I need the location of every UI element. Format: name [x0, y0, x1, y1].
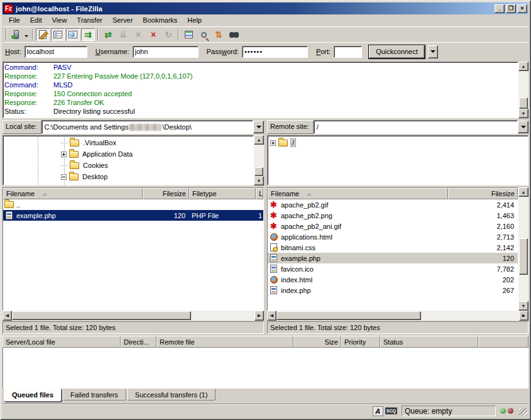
column-header-filesize[interactable]: Filesize [448, 188, 518, 199]
resize-grip[interactable] [519, 408, 527, 416]
column-header-status[interactable]: Status [380, 336, 478, 348]
sync-browsing-button[interactable]: ⇅ [212, 28, 226, 41]
collapse-minus-icon[interactable] [61, 174, 67, 180]
scroll-up-icon[interactable]: ▲ [254, 135, 264, 145]
scroll-right-icon[interactable]: ▶ [519, 311, 528, 321]
local-horizontal-scrollbar[interactable]: ◀ ▶ [3, 311, 264, 321]
local-tree-body[interactable]: .VirtualBox Application Data Cookies Des… [3, 135, 254, 185]
column-header-filesize[interactable]: Filesize [143, 188, 189, 199]
find-button[interactable] [227, 28, 241, 41]
scroll-left-icon[interactable]: ◀ [3, 311, 12, 321]
menu-file[interactable]: File [4, 15, 25, 25]
quickconnect-dropdown[interactable] [428, 45, 438, 58]
queue-list-body[interactable] [3, 348, 528, 389]
scrollbar-thumb[interactable] [519, 97, 528, 109]
scroll-up-icon[interactable]: ▲ [518, 187, 528, 197]
local-list-body[interactable]: .. example.php 120 PHP File 1 [3, 199, 263, 310]
menu-bookmarks[interactable]: Bookmarks [138, 15, 182, 25]
file-row-selected[interactable]: example.php 120 PHP File 1 [3, 210, 263, 221]
compare-button[interactable] [197, 28, 211, 41]
file-row-selected[interactable]: example.php120 [268, 253, 518, 263]
scrollbar-thumb[interactable] [255, 167, 263, 176]
column-header-filename[interactable]: Filename [3, 188, 143, 199]
tab-failed-transfers[interactable]: Failed transfers [62, 389, 126, 401]
column-header-size[interactable]: Size [293, 336, 341, 348]
log-scrollbar[interactable]: ▲ ▼ [518, 62, 528, 118]
cancel-operation-button[interactable]: × [131, 28, 145, 41]
refresh-button[interactable]: ⇄ [101, 28, 115, 41]
scrollbar-thumb[interactable] [12, 311, 191, 320]
file-row[interactable]: .. [3, 199, 263, 210]
quickconnect-button[interactable]: Quickconnect [369, 45, 425, 58]
minimize-button[interactable]: _ [495, 4, 505, 13]
menu-edit[interactable]: Edit [25, 15, 47, 25]
file-row[interactable]: favicon.ico7,782 [268, 263, 518, 274]
tree-item[interactable]: / [268, 137, 528, 148]
file-row[interactable]: ✱apache_pb2.gif2,414 [268, 199, 518, 210]
menu-server[interactable]: Server [107, 15, 138, 25]
ascii-datatype-icon[interactable]: A [373, 406, 383, 416]
scrollbar-thumb[interactable] [276, 311, 421, 320]
local-tree-scrollbar[interactable]: ▲ ▼ [254, 135, 264, 185]
expand-plus-icon[interactable] [61, 152, 67, 157]
toggle-local-tree-button[interactable] [51, 28, 65, 41]
username-input[interactable] [133, 46, 199, 58]
scrollbar-thumb[interactable] [519, 238, 528, 275]
maximize-button[interactable]: ❐ [506, 4, 516, 13]
expand-plus-icon[interactable] [270, 140, 276, 146]
remote-site-combo-dropdown[interactable] [518, 121, 528, 133]
scroll-left-icon[interactable]: ◀ [267, 311, 276, 321]
scroll-up-icon[interactable]: ▲ [518, 62, 528, 71]
column-header-direction[interactable]: Directi... [121, 336, 156, 348]
remote-site-combo[interactable]: / [314, 120, 518, 134]
speedlimit-icon[interactable]: SCQ [385, 407, 397, 414]
file-row[interactable]: index.php267 [268, 285, 518, 296]
site-manager-button[interactable] [9, 28, 23, 41]
menu-transfer[interactable]: Transfer [72, 15, 107, 25]
remote-tree-body[interactable]: / [267, 135, 528, 185]
title-bar[interactable]: Fz john@localhost - FileZilla _ ❐ × [3, 3, 528, 14]
toggle-remote-tree-button[interactable] [66, 28, 80, 41]
scroll-down-icon[interactable]: ▼ [254, 176, 264, 185]
column-header-remote-file[interactable]: Remote file [156, 336, 293, 348]
menu-help[interactable]: Help [182, 15, 207, 25]
apache-file-icon: ✱ [269, 201, 278, 209]
tree-item[interactable]: .VirtualBox [3, 137, 253, 148]
column-header-server-local-file[interactable]: Server/Local file [3, 336, 121, 348]
column-header-last-modified[interactable]: Last modified [256, 188, 263, 199]
disconnect-button[interactable]: × [146, 28, 160, 41]
file-row[interactable]: bitnami.css2,142 [268, 242, 518, 253]
local-site-combo-dropdown[interactable] [253, 121, 264, 133]
site-manager-dropdown[interactable] [25, 35, 28, 39]
process-queue-button[interactable]: ⇊ [116, 28, 130, 41]
filter-button[interactable] [182, 28, 195, 41]
file-row[interactable]: ✱apache_pb2.png1,463 [268, 210, 518, 221]
tab-queued-files[interactable]: Queued files [4, 389, 62, 402]
toggle-queue-button[interactable]: ⇉ [81, 28, 95, 41]
scroll-right-icon[interactable]: ▶ [255, 311, 264, 321]
host-input[interactable] [25, 46, 87, 58]
close-button[interactable]: × [517, 4, 527, 13]
tree-item[interactable]: Cookies [3, 160, 253, 171]
tree-item[interactable]: Application Data [3, 148, 253, 160]
scroll-down-icon[interactable]: ▼ [518, 301, 528, 311]
toggle-message-log-button[interactable] [36, 28, 50, 41]
menu-view[interactable]: View [47, 15, 72, 25]
scroll-down-icon[interactable]: ▼ [518, 109, 528, 118]
file-row[interactable]: ✱apache_pb2_ani.gif2,160 [268, 221, 518, 231]
port-input[interactable] [334, 46, 362, 58]
tab-successful-transfers[interactable]: Successful transfers (1) [127, 389, 216, 401]
column-header-priority[interactable]: Priority [341, 336, 380, 348]
column-header-filename[interactable]: Filename [268, 188, 448, 199]
remote-list-body[interactable]: ✱apache_pb2.gif2,414 ✱apache_pb2.png1,46… [268, 199, 518, 310]
file-row[interactable]: applications.html2,713 [268, 231, 518, 242]
file-row[interactable]: index.html202 [268, 274, 518, 285]
tree-item[interactable]: Desktop [3, 171, 253, 182]
remote-horizontal-scrollbar[interactable]: ◀ ▶ [267, 311, 528, 321]
column-header-filetype[interactable]: Filetype [189, 188, 256, 199]
message-log-body[interactable]: Command:PASV Response:227 Entering Passi… [3, 62, 518, 118]
password-input[interactable] [242, 46, 308, 58]
reconnect-button[interactable]: ↻ [161, 28, 175, 41]
local-site-combo[interactable]: C:\Documents and Settings\Desktop\ [41, 120, 253, 134]
remote-list-scrollbar[interactable]: ▲ ▼ [518, 187, 528, 311]
